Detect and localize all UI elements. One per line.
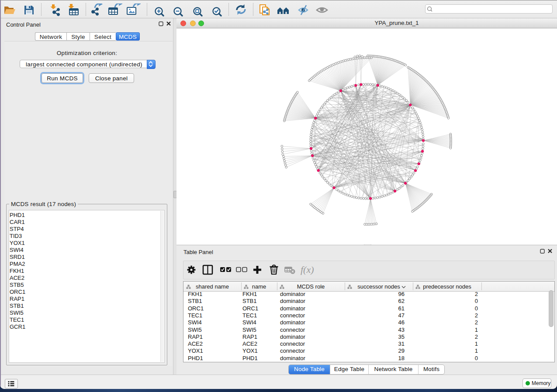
svg-text:f(x): f(x): [301, 264, 314, 275]
